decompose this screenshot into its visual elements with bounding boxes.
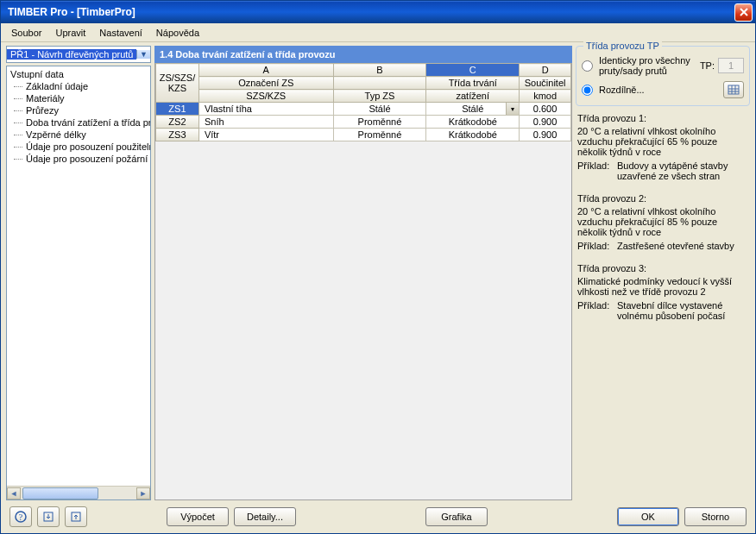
cell-type[interactable]: Stálé bbox=[333, 103, 426, 116]
details-button[interactable]: Detaily... bbox=[234, 507, 296, 526]
tree-node[interactable]: Materiály bbox=[7, 92, 150, 104]
radio-different-label: Rozdílně... bbox=[599, 85, 645, 95]
row-id[interactable]: ZS1 bbox=[156, 103, 199, 116]
import-button[interactable] bbox=[37, 506, 60, 527]
table-row[interactable]: ZS3VítrProměnnéKrátkodobé0.900 bbox=[156, 129, 571, 141]
graphics-button[interactable]: Grafika bbox=[425, 507, 488, 526]
cell-type[interactable]: Proměnné bbox=[333, 116, 426, 129]
ok-button[interactable]: OK bbox=[617, 507, 679, 526]
example-text: Budovy a vytápěné stavby uzavřené ze vše… bbox=[617, 160, 748, 181]
cell-type[interactable]: Proměnné bbox=[333, 129, 426, 141]
cell-duration[interactable]: Krátkodobé bbox=[426, 129, 520, 141]
example-label: Příklad: bbox=[577, 160, 612, 181]
info-title: Třída provozu 3: bbox=[577, 263, 748, 273]
radio-identical-row[interactable]: Identicky pro všechny pruty/sady prutů T… bbox=[582, 55, 744, 76]
close-icon bbox=[739, 7, 749, 17]
info-desc: Klimatické podmínky vedoucí k vyšší vlhk… bbox=[577, 276, 748, 297]
tree-node[interactable]: Průřezy bbox=[7, 104, 150, 116]
table-row[interactable]: ZS2SníhProměnnéKrátkodobé0.900 bbox=[156, 116, 571, 129]
info-example: Příklad:Zastřešené otevřené stavby bbox=[577, 241, 748, 251]
window-title: TIMBER Pro - [TimberPro] bbox=[8, 6, 732, 18]
info-desc: 20 °C a relativní vlhkost okolního vzduc… bbox=[577, 126, 748, 157]
export-icon bbox=[70, 511, 82, 523]
cell-name[interactable]: Sníh bbox=[198, 116, 333, 129]
scroll-right-icon[interactable]: ► bbox=[136, 487, 150, 499]
tp-spinner[interactable]: 1 bbox=[718, 58, 744, 73]
export-button[interactable] bbox=[65, 506, 87, 527]
tree-node[interactable]: Doba trvání zatížení a třída provozu bbox=[7, 116, 150, 129]
info-desc: 20 °C a relativní vlhkost okolního vzduc… bbox=[577, 206, 748, 237]
col-letter[interactable]: C bbox=[426, 64, 520, 77]
info-title: Třída provozu 2: bbox=[577, 193, 748, 204]
scroll-thumb[interactable] bbox=[22, 487, 98, 499]
help-button[interactable]: ? bbox=[9, 506, 32, 527]
scroll-left-icon[interactable]: ◄ bbox=[7, 487, 21, 499]
row-id[interactable]: ZS2 bbox=[156, 116, 199, 129]
dropdown-arrow-icon[interactable]: ▾ bbox=[506, 103, 519, 115]
grid-header: Označení ZS bbox=[198, 77, 333, 90]
grid-header: Součinitel bbox=[520, 77, 571, 90]
tp-label: TP: bbox=[700, 60, 715, 71]
left-panel: PŘ1 - Návrh dřevěných prutů ▼ Vstupní da… bbox=[6, 46, 151, 500]
col-letter[interactable]: D bbox=[520, 64, 571, 77]
col-letter[interactable]: B bbox=[333, 64, 426, 77]
tree-node[interactable]: Vzpěrné délky bbox=[7, 129, 150, 141]
svg-rect-0 bbox=[728, 85, 739, 94]
radio-identical[interactable] bbox=[582, 60, 593, 72]
info-block: Třída provozu 1:20 °C a relativní vlhkos… bbox=[577, 113, 748, 181]
grid-header: Typ ZS bbox=[333, 90, 426, 103]
cancel-button[interactable]: Storno bbox=[684, 507, 747, 526]
case-combo[interactable]: PŘ1 - Návrh dřevěných prutů ▼ bbox=[6, 46, 151, 63]
grid-header: SZS/KZS bbox=[198, 90, 333, 103]
tree-root[interactable]: Vstupní data bbox=[7, 68, 150, 80]
radio-different-row[interactable]: Rozdílně... bbox=[582, 81, 744, 98]
cell-kmod[interactable]: 0.900 bbox=[520, 129, 571, 141]
cell-name[interactable]: Vítr bbox=[198, 129, 333, 141]
close-button[interactable] bbox=[734, 3, 753, 22]
info-example: Příklad:Stavební dílce vystavené volnému… bbox=[577, 300, 748, 321]
case-combo-text: PŘ1 - Návrh dřevěných prutů bbox=[7, 49, 136, 60]
menubar: Soubor Upravit Nastavení Nápověda bbox=[1, 23, 755, 42]
grid-header: kmod bbox=[520, 90, 571, 103]
grid-header-row2: SZS/KZS Typ ZS zatížení kmod bbox=[156, 90, 571, 103]
grid[interactable]: ZS/SZS/ KZS A B C D Označení ZS Třída tr… bbox=[154, 63, 572, 500]
titlebar: TIMBER Pro - [TimberPro] bbox=[1, 1, 755, 23]
grid-header: Třída trvání bbox=[426, 77, 520, 90]
cell-duration[interactable]: Stálé▾ bbox=[426, 103, 520, 116]
info-block: Třída provozu 3:Klimatické podmínky vedo… bbox=[577, 263, 748, 321]
menu-file[interactable]: Soubor bbox=[4, 25, 48, 41]
radio-identical-label: Identicky pro všechny pruty/sady prutů bbox=[599, 55, 696, 76]
tree-node[interactable]: Údaje pro posouzení použitelnosti bbox=[7, 141, 150, 153]
cell-duration[interactable]: Krátkodobé bbox=[426, 116, 520, 129]
calc-button[interactable]: Výpočet bbox=[167, 507, 229, 526]
tree-node[interactable]: Základní údaje bbox=[7, 80, 150, 92]
info-block: Třída provozu 2:20 °C a relativní vlhkos… bbox=[577, 193, 748, 251]
tree-node[interactable]: Údaje pro posouzení požární odolnosti bbox=[7, 153, 150, 165]
example-text: Zastřešené otevřené stavby bbox=[617, 241, 734, 251]
menu-settings[interactable]: Nastavení bbox=[92, 25, 149, 41]
grid-letter-row: ZS/SZS/ KZS A B C D bbox=[156, 64, 571, 77]
col-letter[interactable]: A bbox=[198, 64, 333, 77]
table-icon bbox=[728, 85, 740, 95]
cell-kmod[interactable]: 0.600 bbox=[520, 103, 571, 116]
tp-groupbox: Třída provozu TP Identicky pro všechny p… bbox=[576, 46, 750, 106]
app-window: TIMBER Pro - [TimberPro] Soubor Upravit … bbox=[0, 0, 756, 534]
grid-header: zatížení bbox=[426, 90, 520, 103]
import-icon bbox=[42, 511, 54, 523]
menu-edit[interactable]: Upravit bbox=[48, 25, 92, 41]
chevron-down-icon[interactable]: ▼ bbox=[136, 50, 150, 59]
info-title: Třída provozu 1: bbox=[577, 113, 748, 123]
table-row[interactable]: ZS1Vlastní tíhaStáléStálé▾0.600 bbox=[156, 103, 571, 116]
right-panel: Třída provozu TP Identicky pro všechny p… bbox=[576, 46, 750, 500]
menu-help[interactable]: Nápověda bbox=[149, 25, 206, 41]
row-id[interactable]: ZS3 bbox=[156, 129, 199, 141]
cell-name[interactable]: Vlastní tíha bbox=[198, 103, 333, 116]
radio-different[interactable] bbox=[582, 85, 593, 96]
edit-table-button[interactable] bbox=[723, 81, 744, 98]
info-area: Třída provozu 1:20 °C a relativní vlhkos… bbox=[576, 113, 750, 500]
example-label: Příklad: bbox=[577, 300, 612, 321]
nav-tree[interactable]: Vstupní data Základní údaje Materiály Pr… bbox=[6, 66, 151, 500]
tree-scrollbar[interactable]: ◄ ► bbox=[7, 486, 150, 499]
cell-kmod[interactable]: 0.900 bbox=[520, 116, 571, 129]
rowhdr-label: ZS/SZS/ KZS bbox=[156, 64, 199, 103]
